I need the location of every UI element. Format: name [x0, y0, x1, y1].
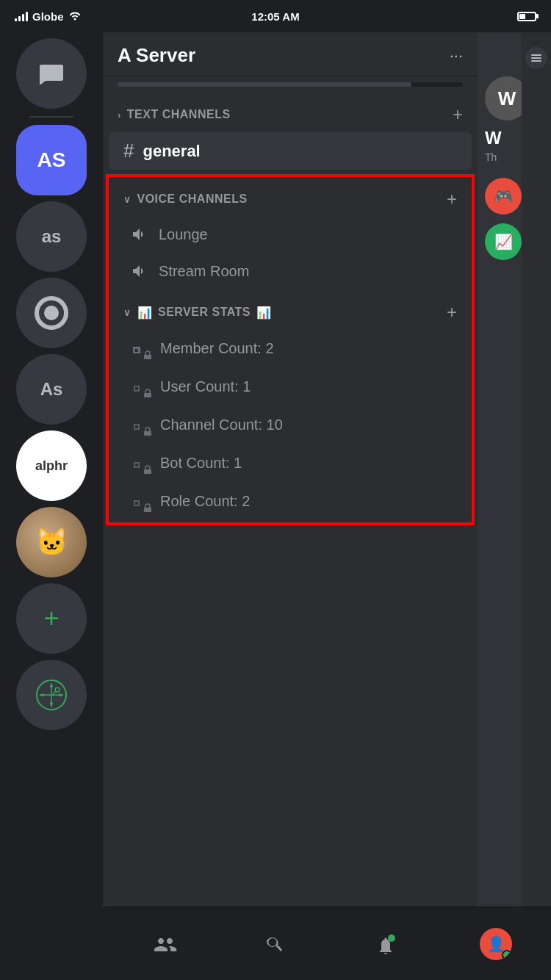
locked-voice-icon-5	[129, 490, 151, 512]
sidebar-item-As[interactable]: As	[16, 354, 87, 425]
channel-bot-count-label: Bot Count: 1	[160, 455, 242, 472]
nav-search[interactable]	[246, 915, 305, 973]
status-bar: Globe 12:05 AM	[0, 0, 551, 32]
channel-member-count[interactable]: Member Count: 2	[115, 330, 466, 367]
category-chevron-voice: ∨	[123, 194, 132, 205]
svg-rect-16	[144, 508, 151, 512]
category-chevron-text: ›	[118, 109, 121, 120]
add-voice-channel-button[interactable]: +	[447, 189, 457, 209]
channel-channel-count-label: Channel Count: 10	[160, 417, 283, 433]
channel-channel-count[interactable]: Channel Count: 10	[115, 406, 466, 443]
server-name: A Server	[118, 44, 195, 67]
sidebar-item-ring[interactable]	[16, 278, 87, 348]
category-text-channels: › TEXT CHANNELS + # general	[103, 93, 478, 171]
svg-rect-15	[144, 469, 151, 474]
sidebar-item-pet[interactable]: 🐱	[16, 507, 87, 577]
svg-rect-13	[144, 393, 151, 397]
nav-profile[interactable]: 👤	[467, 915, 525, 973]
channel-lounge-label: Lounge	[159, 226, 208, 243]
status-left: Globe	[15, 10, 82, 23]
channel-user-count-label: User Count: 1	[160, 378, 251, 395]
server-list: AS as As alphr 🐱 +	[0, 32, 103, 980]
server-divider	[29, 116, 73, 118]
category-voice-channels: ∨ VOICE CHANNELS + Lounge	[106, 174, 475, 525]
svg-point-1	[44, 306, 59, 320]
channel-user-count[interactable]: User Count: 1	[115, 368, 466, 405]
server-icon-label: As	[40, 379, 63, 400]
category-text-channels-header[interactable]: › TEXT CHANNELS +	[103, 93, 478, 131]
locked-voice-icon-1	[129, 337, 151, 359]
svg-rect-11	[137, 349, 139, 350]
svg-line-10	[53, 691, 56, 694]
channel-panel: A Server ··· › TEXT CHANNELS + # general	[103, 32, 478, 980]
category-chevron-stats: ∨	[123, 307, 132, 318]
voice-channel-icon-2	[129, 261, 150, 281]
wifi-icon	[68, 10, 82, 23]
carrier-label: Globe	[32, 10, 64, 23]
status-time: 12:05 AM	[251, 10, 299, 23]
sidebar-item-discover[interactable]	[16, 660, 87, 730]
channel-stream-room[interactable]: Stream Room	[115, 253, 466, 289]
text-channel-icon: #	[123, 140, 134, 162]
server-icon-label: alphr	[35, 458, 68, 474]
signal-icon	[15, 11, 28, 21]
locked-voice-icon-2	[129, 375, 151, 397]
category-label-voice: VOICE CHANNELS	[137, 192, 248, 206]
channel-search-bar	[118, 82, 463, 87]
sidebar-item-add-server[interactable]: +	[16, 583, 87, 654]
category-label-stats: SERVER STATS	[158, 306, 251, 319]
channel-general[interactable]: # general	[109, 132, 472, 170]
svg-rect-14	[144, 431, 151, 436]
category-server-stats: ∨ 📊 SERVER STATS 📊 +	[109, 290, 472, 519]
category-server-stats-header[interactable]: ∨ 📊 SERVER STATS 📊 +	[109, 290, 472, 328]
battery-icon	[517, 12, 536, 21]
channel-role-count-label: Role Count: 2	[160, 493, 250, 510]
channel-lounge[interactable]: Lounge	[115, 217, 466, 252]
channel-stream-room-label: Stream Room	[159, 263, 249, 280]
nav-friends[interactable]	[136, 915, 195, 973]
stats-emoji-left: 📊	[137, 306, 153, 320]
voice-channel-icon	[129, 224, 150, 245]
stats-emoji-right: 📊	[256, 306, 272, 320]
sidebar-item-alphr[interactable]: alphr	[16, 430, 87, 501]
app-container: AS as As alphr 🐱 +	[0, 32, 551, 980]
nav-mentions[interactable]	[356, 915, 415, 973]
status-right	[517, 12, 536, 21]
category-label-text: TEXT CHANNELS	[127, 108, 231, 121]
sidebar-item-as-lowercase[interactable]: as	[16, 201, 87, 272]
locked-voice-icon-3	[129, 414, 151, 436]
add-icon: +	[43, 603, 59, 634]
right-panel: W W Th 🎮 📈	[478, 32, 551, 980]
category-voice-channels-header[interactable]: ∨ VOICE CHANNELS +	[109, 177, 472, 215]
more-options-button[interactable]: ···	[450, 46, 463, 65]
sidebar-item-as-server[interactable]: AS	[16, 125, 87, 195]
server-icon-label: as	[42, 226, 62, 247]
add-stats-channel-button[interactable]: +	[447, 302, 457, 323]
channel-role-count[interactable]: Role Count: 2	[115, 483, 466, 519]
server-icon-label: AS	[37, 148, 66, 172]
svg-rect-12	[144, 355, 151, 359]
locked-voice-icon-4	[129, 452, 151, 474]
channel-header: A Server ···	[103, 32, 478, 76]
channel-member-count-label: Member Count: 2	[160, 340, 274, 357]
svg-point-17	[388, 934, 395, 942]
add-text-channel-button[interactable]: +	[453, 104, 463, 125]
channel-bot-count[interactable]: Bot Count: 1	[115, 444, 466, 481]
sidebar-item-messages[interactable]	[16, 38, 87, 109]
channel-general-label: general	[143, 142, 200, 161]
